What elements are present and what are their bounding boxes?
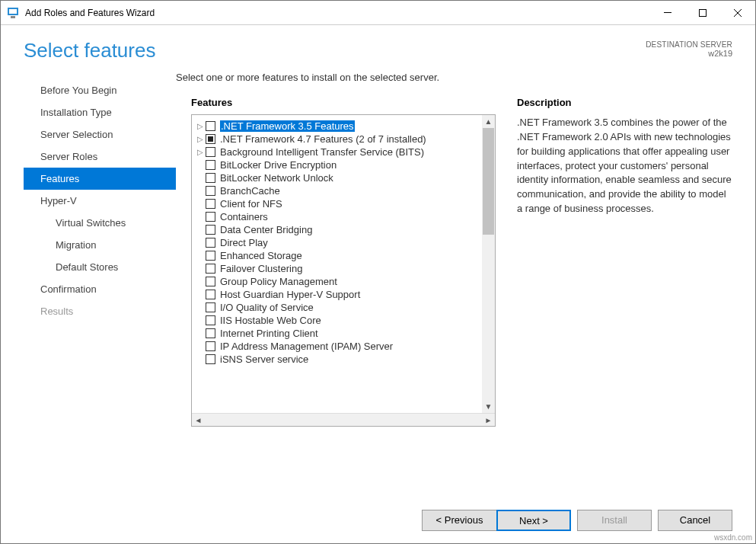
destination-label: DESTINATION SERVER: [646, 40, 732, 49]
scroll-thumb[interactable]: [483, 128, 494, 235]
cancel-button[interactable]: Cancel: [658, 510, 732, 531]
features-list-box: ▷.NET Framework 3.5 Features▷.NET Framew…: [191, 114, 496, 427]
svg-rect-2: [11, 16, 15, 18]
feature-label[interactable]: Background Intelligent Transfer Service …: [220, 146, 424, 158]
feature-label[interactable]: iSNS Server service: [220, 354, 308, 365]
feature-checkbox[interactable]: [206, 186, 215, 196]
feature-label[interactable]: BitLocker Drive Encryption: [220, 159, 337, 171]
sidebar-item-confirmation[interactable]: Confirmation: [24, 278, 176, 300]
feature-checkbox[interactable]: [206, 160, 215, 170]
next-button[interactable]: Next >: [496, 510, 571, 531]
feature-label[interactable]: BitLocker Network Unlock: [220, 172, 333, 184]
feature-label[interactable]: .NET Framework 3.5 Features: [220, 120, 355, 132]
sidebar-item-before-you-begin[interactable]: Before You Begin: [24, 79, 176, 101]
feature-item[interactable]: Client for NFS: [195, 197, 492, 210]
feature-checkbox[interactable]: [206, 277, 215, 286]
feature-item[interactable]: Data Center Bridging: [195, 223, 492, 236]
features-tree[interactable]: ▷.NET Framework 3.5 Features▷.NET Framew…: [192, 115, 495, 413]
feature-item[interactable]: BitLocker Drive Encryption: [195, 158, 492, 171]
feature-item[interactable]: Internet Printing Client: [195, 327, 492, 340]
scroll-left-icon[interactable]: ◄: [192, 414, 205, 426]
feature-checkbox[interactable]: [206, 147, 215, 157]
feature-checkbox[interactable]: [206, 225, 215, 235]
feature-label[interactable]: Client for NFS: [220, 198, 282, 210]
feature-checkbox[interactable]: [206, 354, 215, 364]
feature-checkbox[interactable]: [206, 134, 215, 144]
feature-item[interactable]: I/O Quality of Service: [195, 301, 492, 314]
features-label: Features: [191, 97, 496, 108]
svg-rect-4: [700, 9, 707, 16]
page-heading: Select features: [24, 39, 155, 62]
feature-checkbox[interactable]: [206, 341, 215, 351]
feature-item[interactable]: BranchCache: [195, 184, 492, 197]
feature-item[interactable]: ▷.NET Framework 3.5 Features: [195, 120, 492, 133]
instructions: Select one or more features to install o…: [176, 72, 732, 83]
scroll-up-icon[interactable]: ▲: [482, 115, 495, 128]
feature-item[interactable]: ▷Background Intelligent Transfer Service…: [195, 146, 492, 158]
feature-label[interactable]: I/O Quality of Service: [220, 302, 314, 313]
sidebar-item-hyper-v[interactable]: Hyper-V: [24, 190, 176, 212]
feature-item[interactable]: Containers: [195, 210, 492, 223]
feature-label[interactable]: Data Center Bridging: [220, 224, 312, 235]
feature-label[interactable]: Internet Printing Client: [220, 328, 318, 339]
sidebar-item-server-roles[interactable]: Server Roles: [24, 146, 176, 168]
sidebar-item-migration[interactable]: Migration: [24, 234, 176, 256]
feature-checkbox[interactable]: [206, 251, 215, 261]
feature-item[interactable]: BitLocker Network Unlock: [195, 171, 492, 184]
feature-item[interactable]: Enhanced Storage: [195, 249, 492, 262]
feature-label[interactable]: IP Address Management (IPAM) Server: [220, 341, 393, 352]
sidebar-item-default-stores[interactable]: Default Stores: [24, 256, 176, 278]
feature-checkbox[interactable]: [206, 212, 215, 222]
feature-label[interactable]: Group Policy Management: [220, 276, 337, 287]
feature-label[interactable]: BranchCache: [220, 185, 280, 197]
feature-label[interactable]: Failover Clustering: [220, 263, 302, 274]
expander-icon[interactable]: ▷: [195, 148, 206, 156]
feature-checkbox[interactable]: [206, 264, 215, 274]
feature-checkbox[interactable]: [206, 315, 215, 325]
destination-server: DESTINATION SERVER w2k19: [646, 39, 732, 62]
app-icon: [7, 7, 19, 19]
sidebar-item-server-selection[interactable]: Server Selection: [24, 123, 176, 146]
feature-checkbox[interactable]: [206, 238, 215, 248]
feature-label[interactable]: Enhanced Storage: [220, 250, 302, 261]
feature-item[interactable]: iSNS Server service: [195, 353, 492, 366]
feature-item[interactable]: IP Address Management (IPAM) Server: [195, 340, 492, 353]
feature-item[interactable]: Host Guardian Hyper-V Support: [195, 288, 492, 301]
expander-icon[interactable]: ▷: [195, 122, 206, 130]
feature-label[interactable]: Direct Play: [220, 237, 268, 248]
scroll-right-icon[interactable]: ►: [482, 414, 495, 426]
sidebar-item-results: Results: [24, 300, 176, 322]
titlebar: Add Roles and Features Wizard: [1, 1, 755, 25]
sidebar-item-virtual-switches[interactable]: Virtual Switches: [24, 212, 176, 234]
feature-checkbox[interactable]: [206, 173, 215, 183]
destination-name: w2k19: [646, 49, 732, 58]
svg-rect-1: [9, 9, 17, 14]
feature-checkbox[interactable]: [206, 302, 215, 312]
previous-button[interactable]: < Previous: [422, 510, 496, 531]
feature-item[interactable]: IIS Hostable Web Core: [195, 314, 492, 327]
feature-item[interactable]: Direct Play: [195, 236, 492, 249]
sidebar-item-installation-type[interactable]: Installation Type: [24, 101, 176, 123]
feature-label[interactable]: Containers: [220, 211, 268, 222]
horizontal-scrollbar[interactable]: ◄ ►: [192, 413, 495, 426]
close-button[interactable]: [720, 1, 755, 25]
feature-checkbox[interactable]: [206, 121, 215, 131]
feature-checkbox[interactable]: [206, 328, 215, 338]
scroll-down-icon[interactable]: ▼: [482, 400, 495, 413]
feature-label[interactable]: Host Guardian Hyper-V Support: [220, 289, 360, 300]
feature-checkbox[interactable]: [206, 199, 215, 209]
feature-item[interactable]: Group Policy Management: [195, 275, 492, 288]
maximize-button[interactable]: [685, 1, 720, 25]
feature-label[interactable]: .NET Framework 4.7 Features (2 of 7 inst…: [220, 133, 426, 145]
expander-icon[interactable]: ▷: [195, 135, 206, 143]
feature-item[interactable]: Failover Clustering: [195, 262, 492, 275]
feature-item[interactable]: ▷.NET Framework 4.7 Features (2 of 7 ins…: [195, 133, 492, 146]
sidebar-item-features[interactable]: Features: [24, 168, 176, 190]
description-label: Description: [517, 97, 732, 108]
svg-rect-3: [664, 12, 671, 13]
footer: < Previous Next > Install Cancel: [1, 498, 755, 543]
feature-label[interactable]: IIS Hostable Web Core: [220, 315, 321, 326]
feature-checkbox[interactable]: [206, 290, 215, 299]
minimize-button[interactable]: [650, 1, 685, 25]
vertical-scrollbar[interactable]: ▲ ▼: [482, 115, 495, 413]
